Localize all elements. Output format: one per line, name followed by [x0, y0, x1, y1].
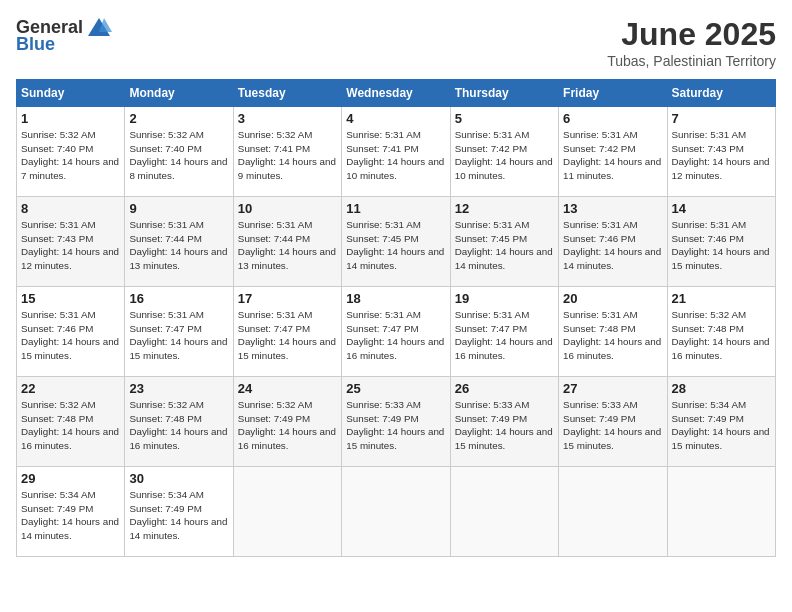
day-info: Sunrise: 5:34 AM Sunset: 7:49 PM Dayligh…: [129, 488, 228, 543]
day-info: Sunrise: 5:31 AM Sunset: 7:46 PM Dayligh…: [21, 308, 120, 363]
day-number: 29: [21, 471, 120, 486]
page-header: General Blue June 2025 Tubas, Palestinia…: [16, 16, 776, 69]
day-number: 7: [672, 111, 771, 126]
day-info: Sunrise: 5:31 AM Sunset: 7:41 PM Dayligh…: [346, 128, 445, 183]
day-number: 3: [238, 111, 337, 126]
calendar-week-row: 15 Sunrise: 5:31 AM Sunset: 7:46 PM Dayl…: [17, 287, 776, 377]
calendar-table: SundayMondayTuesdayWednesdayThursdayFrid…: [16, 79, 776, 557]
calendar-header-row: SundayMondayTuesdayWednesdayThursdayFrid…: [17, 80, 776, 107]
calendar-week-row: 29 Sunrise: 5:34 AM Sunset: 7:49 PM Dayl…: [17, 467, 776, 557]
day-info: Sunrise: 5:31 AM Sunset: 7:48 PM Dayligh…: [563, 308, 662, 363]
calendar-cell: 19 Sunrise: 5:31 AM Sunset: 7:47 PM Dayl…: [450, 287, 558, 377]
day-info: Sunrise: 5:34 AM Sunset: 7:49 PM Dayligh…: [672, 398, 771, 453]
calendar-cell: 6 Sunrise: 5:31 AM Sunset: 7:42 PM Dayli…: [559, 107, 667, 197]
calendar-cell: 28 Sunrise: 5:34 AM Sunset: 7:49 PM Dayl…: [667, 377, 775, 467]
calendar-cell: 9 Sunrise: 5:31 AM Sunset: 7:44 PM Dayli…: [125, 197, 233, 287]
calendar-cell: 4 Sunrise: 5:31 AM Sunset: 7:41 PM Dayli…: [342, 107, 450, 197]
calendar-cell: 10 Sunrise: 5:31 AM Sunset: 7:44 PM Dayl…: [233, 197, 341, 287]
month-title: June 2025: [607, 16, 776, 53]
day-info: Sunrise: 5:31 AM Sunset: 7:42 PM Dayligh…: [455, 128, 554, 183]
calendar-cell: 11 Sunrise: 5:31 AM Sunset: 7:45 PM Dayl…: [342, 197, 450, 287]
calendar-cell: [667, 467, 775, 557]
calendar-cell: 5 Sunrise: 5:31 AM Sunset: 7:42 PM Dayli…: [450, 107, 558, 197]
day-number: 2: [129, 111, 228, 126]
calendar-cell: 3 Sunrise: 5:32 AM Sunset: 7:41 PM Dayli…: [233, 107, 341, 197]
calendar-cell: 21 Sunrise: 5:32 AM Sunset: 7:48 PM Dayl…: [667, 287, 775, 377]
calendar-header-saturday: Saturday: [667, 80, 775, 107]
day-info: Sunrise: 5:31 AM Sunset: 7:46 PM Dayligh…: [563, 218, 662, 273]
calendar-cell: 20 Sunrise: 5:31 AM Sunset: 7:48 PM Dayl…: [559, 287, 667, 377]
day-number: 15: [21, 291, 120, 306]
calendar-header-friday: Friday: [559, 80, 667, 107]
calendar-cell: 17 Sunrise: 5:31 AM Sunset: 7:47 PM Dayl…: [233, 287, 341, 377]
calendar-week-row: 22 Sunrise: 5:32 AM Sunset: 7:48 PM Dayl…: [17, 377, 776, 467]
calendar-cell: 13 Sunrise: 5:31 AM Sunset: 7:46 PM Dayl…: [559, 197, 667, 287]
calendar-cell: 1 Sunrise: 5:32 AM Sunset: 7:40 PM Dayli…: [17, 107, 125, 197]
calendar-week-row: 8 Sunrise: 5:31 AM Sunset: 7:43 PM Dayli…: [17, 197, 776, 287]
day-info: Sunrise: 5:34 AM Sunset: 7:49 PM Dayligh…: [21, 488, 120, 543]
day-info: Sunrise: 5:32 AM Sunset: 7:48 PM Dayligh…: [672, 308, 771, 363]
day-info: Sunrise: 5:32 AM Sunset: 7:41 PM Dayligh…: [238, 128, 337, 183]
calendar-header-sunday: Sunday: [17, 80, 125, 107]
day-number: 28: [672, 381, 771, 396]
day-number: 26: [455, 381, 554, 396]
calendar-cell: 16 Sunrise: 5:31 AM Sunset: 7:47 PM Dayl…: [125, 287, 233, 377]
day-number: 23: [129, 381, 228, 396]
title-area: June 2025 Tubas, Palestinian Territory: [607, 16, 776, 69]
calendar-header-wednesday: Wednesday: [342, 80, 450, 107]
day-number: 16: [129, 291, 228, 306]
day-number: 19: [455, 291, 554, 306]
day-info: Sunrise: 5:31 AM Sunset: 7:44 PM Dayligh…: [238, 218, 337, 273]
day-number: 21: [672, 291, 771, 306]
calendar-header-thursday: Thursday: [450, 80, 558, 107]
day-info: Sunrise: 5:31 AM Sunset: 7:44 PM Dayligh…: [129, 218, 228, 273]
calendar-cell: 12 Sunrise: 5:31 AM Sunset: 7:45 PM Dayl…: [450, 197, 558, 287]
day-number: 24: [238, 381, 337, 396]
day-info: Sunrise: 5:32 AM Sunset: 7:48 PM Dayligh…: [129, 398, 228, 453]
day-info: Sunrise: 5:31 AM Sunset: 7:47 PM Dayligh…: [346, 308, 445, 363]
day-info: Sunrise: 5:32 AM Sunset: 7:40 PM Dayligh…: [129, 128, 228, 183]
day-info: Sunrise: 5:31 AM Sunset: 7:47 PM Dayligh…: [129, 308, 228, 363]
calendar-cell: 23 Sunrise: 5:32 AM Sunset: 7:48 PM Dayl…: [125, 377, 233, 467]
day-info: Sunrise: 5:32 AM Sunset: 7:49 PM Dayligh…: [238, 398, 337, 453]
day-number: 27: [563, 381, 662, 396]
calendar-cell: 24 Sunrise: 5:32 AM Sunset: 7:49 PM Dayl…: [233, 377, 341, 467]
day-number: 17: [238, 291, 337, 306]
day-number: 30: [129, 471, 228, 486]
day-number: 20: [563, 291, 662, 306]
day-info: Sunrise: 5:31 AM Sunset: 7:47 PM Dayligh…: [455, 308, 554, 363]
calendar-cell: 30 Sunrise: 5:34 AM Sunset: 7:49 PM Dayl…: [125, 467, 233, 557]
day-number: 13: [563, 201, 662, 216]
day-number: 12: [455, 201, 554, 216]
day-info: Sunrise: 5:32 AM Sunset: 7:48 PM Dayligh…: [21, 398, 120, 453]
day-info: Sunrise: 5:33 AM Sunset: 7:49 PM Dayligh…: [563, 398, 662, 453]
calendar-cell: [559, 467, 667, 557]
calendar-cell: 27 Sunrise: 5:33 AM Sunset: 7:49 PM Dayl…: [559, 377, 667, 467]
calendar-cell: 26 Sunrise: 5:33 AM Sunset: 7:49 PM Dayl…: [450, 377, 558, 467]
day-number: 14: [672, 201, 771, 216]
day-number: 8: [21, 201, 120, 216]
day-info: Sunrise: 5:31 AM Sunset: 7:43 PM Dayligh…: [672, 128, 771, 183]
calendar-cell: 14 Sunrise: 5:31 AM Sunset: 7:46 PM Dayl…: [667, 197, 775, 287]
day-number: 11: [346, 201, 445, 216]
day-number: 10: [238, 201, 337, 216]
day-info: Sunrise: 5:31 AM Sunset: 7:45 PM Dayligh…: [346, 218, 445, 273]
calendar-cell: 29 Sunrise: 5:34 AM Sunset: 7:49 PM Dayl…: [17, 467, 125, 557]
day-info: Sunrise: 5:33 AM Sunset: 7:49 PM Dayligh…: [455, 398, 554, 453]
day-number: 5: [455, 111, 554, 126]
day-info: Sunrise: 5:32 AM Sunset: 7:40 PM Dayligh…: [21, 128, 120, 183]
calendar-cell: 15 Sunrise: 5:31 AM Sunset: 7:46 PM Dayl…: [17, 287, 125, 377]
logo: General Blue: [16, 16, 112, 55]
calendar-week-row: 1 Sunrise: 5:32 AM Sunset: 7:40 PM Dayli…: [17, 107, 776, 197]
calendar-cell: 22 Sunrise: 5:32 AM Sunset: 7:48 PM Dayl…: [17, 377, 125, 467]
day-info: Sunrise: 5:31 AM Sunset: 7:43 PM Dayligh…: [21, 218, 120, 273]
day-number: 4: [346, 111, 445, 126]
day-info: Sunrise: 5:31 AM Sunset: 7:46 PM Dayligh…: [672, 218, 771, 273]
day-info: Sunrise: 5:31 AM Sunset: 7:45 PM Dayligh…: [455, 218, 554, 273]
calendar-header-monday: Monday: [125, 80, 233, 107]
calendar-header-tuesday: Tuesday: [233, 80, 341, 107]
day-number: 22: [21, 381, 120, 396]
day-info: Sunrise: 5:31 AM Sunset: 7:47 PM Dayligh…: [238, 308, 337, 363]
calendar-cell: [233, 467, 341, 557]
calendar-cell: 2 Sunrise: 5:32 AM Sunset: 7:40 PM Dayli…: [125, 107, 233, 197]
